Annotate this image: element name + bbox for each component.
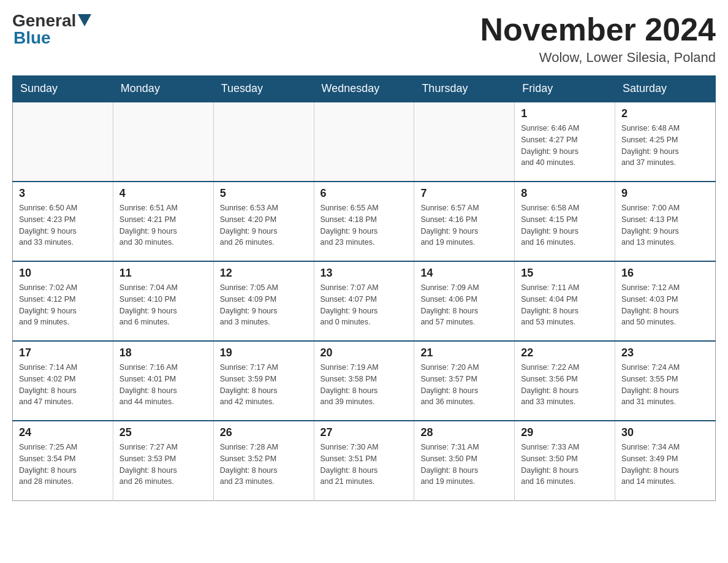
logo-general-text: General — [12, 12, 91, 29]
logo-blue-text: Blue — [13, 29, 51, 47]
calendar-cell: 29Sunrise: 7:33 AM Sunset: 3:50 PM Dayli… — [515, 421, 615, 500]
calendar-cell: 5Sunrise: 6:53 AM Sunset: 4:20 PM Daylig… — [213, 182, 314, 261]
logo: General Blue — [12, 12, 91, 47]
day-info: Sunrise: 6:57 AM Sunset: 4:16 PM Dayligh… — [420, 202, 508, 248]
day-number: 7 — [420, 187, 508, 200]
day-info: Sunrise: 7:24 AM Sunset: 3:55 PM Dayligh… — [621, 362, 709, 408]
calendar-cell: 1Sunrise: 6:46 AM Sunset: 4:27 PM Daylig… — [515, 102, 615, 182]
column-header-saturday: Saturday — [615, 76, 716, 102]
day-info: Sunrise: 7:33 AM Sunset: 3:50 PM Dayligh… — [521, 442, 609, 488]
day-info: Sunrise: 6:58 AM Sunset: 4:15 PM Dayligh… — [521, 202, 609, 248]
svg-marker-0 — [78, 14, 91, 26]
column-header-sunday: Sunday — [13, 76, 113, 102]
day-number: 17 — [19, 347, 107, 359]
week-row-3: 10Sunrise: 7:02 AM Sunset: 4:12 PM Dayli… — [13, 261, 716, 341]
week-row-1: 1Sunrise: 6:46 AM Sunset: 4:27 PM Daylig… — [13, 102, 716, 182]
day-number: 16 — [621, 267, 709, 280]
day-info: Sunrise: 6:48 AM Sunset: 4:25 PM Dayligh… — [621, 123, 709, 169]
day-number: 28 — [420, 426, 508, 439]
day-number: 3 — [19, 187, 107, 200]
title-area: November 2024 Wolow, Lower Silesia, Pola… — [480, 12, 716, 66]
calendar-cell — [113, 102, 213, 182]
day-info: Sunrise: 6:51 AM Sunset: 4:21 PM Dayligh… — [119, 202, 207, 248]
calendar-cell: 8Sunrise: 6:58 AM Sunset: 4:15 PM Daylig… — [515, 182, 615, 261]
calendar-cell: 19Sunrise: 7:17 AM Sunset: 3:59 PM Dayli… — [213, 341, 314, 421]
calendar-cell: 11Sunrise: 7:04 AM Sunset: 4:10 PM Dayli… — [113, 261, 213, 341]
calendar-cell: 16Sunrise: 7:12 AM Sunset: 4:03 PM Dayli… — [615, 261, 716, 341]
column-header-friday: Friday — [515, 76, 615, 102]
day-info: Sunrise: 7:05 AM Sunset: 4:09 PM Dayligh… — [220, 282, 308, 328]
calendar-cell: 6Sunrise: 6:55 AM Sunset: 4:18 PM Daylig… — [314, 182, 414, 261]
day-number: 2 — [621, 107, 709, 120]
calendar-cell — [213, 102, 314, 182]
day-info: Sunrise: 7:12 AM Sunset: 4:03 PM Dayligh… — [621, 282, 709, 328]
calendar-cell: 20Sunrise: 7:19 AM Sunset: 3:58 PM Dayli… — [314, 341, 414, 421]
calendar-cell: 9Sunrise: 7:00 AM Sunset: 4:13 PM Daylig… — [615, 182, 716, 261]
day-number: 18 — [119, 347, 207, 359]
calendar-header-row: SundayMondayTuesdayWednesdayThursdayFrid… — [13, 76, 716, 102]
day-number: 8 — [521, 187, 609, 200]
calendar-cell: 22Sunrise: 7:22 AM Sunset: 3:56 PM Dayli… — [515, 341, 615, 421]
calendar-cell: 2Sunrise: 6:48 AM Sunset: 4:25 PM Daylig… — [615, 102, 716, 182]
day-info: Sunrise: 7:31 AM Sunset: 3:50 PM Dayligh… — [420, 442, 508, 488]
calendar-title: November 2024 — [480, 12, 716, 47]
calendar-cell: 17Sunrise: 7:14 AM Sunset: 4:02 PM Dayli… — [13, 341, 113, 421]
calendar-cell: 12Sunrise: 7:05 AM Sunset: 4:09 PM Dayli… — [213, 261, 314, 341]
day-info: Sunrise: 7:22 AM Sunset: 3:56 PM Dayligh… — [521, 362, 609, 408]
calendar-cell — [314, 102, 414, 182]
day-info: Sunrise: 6:53 AM Sunset: 4:20 PM Dayligh… — [220, 202, 308, 248]
calendar-cell: 7Sunrise: 6:57 AM Sunset: 4:16 PM Daylig… — [414, 182, 515, 261]
day-info: Sunrise: 7:27 AM Sunset: 3:53 PM Dayligh… — [119, 442, 207, 488]
calendar-cell: 28Sunrise: 7:31 AM Sunset: 3:50 PM Dayli… — [414, 421, 515, 500]
column-header-thursday: Thursday — [414, 76, 515, 102]
day-number: 15 — [521, 267, 609, 280]
day-info: Sunrise: 7:30 AM Sunset: 3:51 PM Dayligh… — [320, 442, 408, 488]
week-row-5: 24Sunrise: 7:25 AM Sunset: 3:54 PM Dayli… — [13, 421, 716, 500]
day-info: Sunrise: 6:46 AM Sunset: 4:27 PM Dayligh… — [521, 123, 609, 169]
day-info: Sunrise: 7:04 AM Sunset: 4:10 PM Dayligh… — [119, 282, 207, 328]
day-number: 19 — [220, 347, 308, 359]
column-header-monday: Monday — [113, 76, 213, 102]
calendar-cell: 24Sunrise: 7:25 AM Sunset: 3:54 PM Dayli… — [13, 421, 113, 500]
day-info: Sunrise: 7:09 AM Sunset: 4:06 PM Dayligh… — [420, 282, 508, 328]
calendar-cell: 27Sunrise: 7:30 AM Sunset: 3:51 PM Dayli… — [314, 421, 414, 500]
day-info: Sunrise: 7:14 AM Sunset: 4:02 PM Dayligh… — [19, 362, 107, 408]
day-info: Sunrise: 6:55 AM Sunset: 4:18 PM Dayligh… — [320, 202, 408, 248]
day-number: 20 — [320, 347, 408, 359]
day-number: 11 — [119, 267, 207, 280]
day-info: Sunrise: 7:20 AM Sunset: 3:57 PM Dayligh… — [420, 362, 508, 408]
calendar-cell: 15Sunrise: 7:11 AM Sunset: 4:04 PM Dayli… — [515, 261, 615, 341]
day-number: 25 — [119, 426, 207, 439]
day-number: 6 — [320, 187, 408, 200]
calendar-cell: 26Sunrise: 7:28 AM Sunset: 3:52 PM Dayli… — [213, 421, 314, 500]
day-info: Sunrise: 7:11 AM Sunset: 4:04 PM Dayligh… — [521, 282, 609, 328]
day-info: Sunrise: 7:19 AM Sunset: 3:58 PM Dayligh… — [320, 362, 408, 408]
day-info: Sunrise: 7:07 AM Sunset: 4:07 PM Dayligh… — [320, 282, 408, 328]
day-number: 1 — [521, 107, 609, 120]
calendar-subtitle: Wolow, Lower Silesia, Poland — [480, 50, 716, 66]
day-info: Sunrise: 7:34 AM Sunset: 3:49 PM Dayligh… — [621, 442, 709, 488]
day-number: 12 — [220, 267, 308, 280]
calendar-cell: 3Sunrise: 6:50 AM Sunset: 4:23 PM Daylig… — [13, 182, 113, 261]
calendar-table: SundayMondayTuesdayWednesdayThursdayFrid… — [12, 75, 716, 501]
calendar-cell: 18Sunrise: 7:16 AM Sunset: 4:01 PM Dayli… — [113, 341, 213, 421]
day-info: Sunrise: 7:25 AM Sunset: 3:54 PM Dayligh… — [19, 442, 107, 488]
column-header-tuesday: Tuesday — [213, 76, 314, 102]
day-number: 23 — [621, 347, 709, 359]
calendar-cell — [414, 102, 515, 182]
day-info: Sunrise: 7:16 AM Sunset: 4:01 PM Dayligh… — [119, 362, 207, 408]
day-number: 21 — [420, 347, 508, 359]
day-info: Sunrise: 7:02 AM Sunset: 4:12 PM Dayligh… — [19, 282, 107, 328]
day-number: 24 — [19, 426, 107, 439]
calendar-cell: 10Sunrise: 7:02 AM Sunset: 4:12 PM Dayli… — [13, 261, 113, 341]
calendar-cell: 13Sunrise: 7:07 AM Sunset: 4:07 PM Dayli… — [314, 261, 414, 341]
calendar-cell: 25Sunrise: 7:27 AM Sunset: 3:53 PM Dayli… — [113, 421, 213, 500]
day-number: 9 — [621, 187, 709, 200]
day-info: Sunrise: 7:28 AM Sunset: 3:52 PM Dayligh… — [220, 442, 308, 488]
header: General Blue November 2024 Wolow, Lower … — [12, 12, 716, 66]
day-number: 22 — [521, 347, 609, 359]
day-number: 27 — [320, 426, 408, 439]
day-number: 29 — [521, 426, 609, 439]
day-info: Sunrise: 7:00 AM Sunset: 4:13 PM Dayligh… — [621, 202, 709, 248]
day-info: Sunrise: 6:50 AM Sunset: 4:23 PM Dayligh… — [19, 202, 107, 248]
